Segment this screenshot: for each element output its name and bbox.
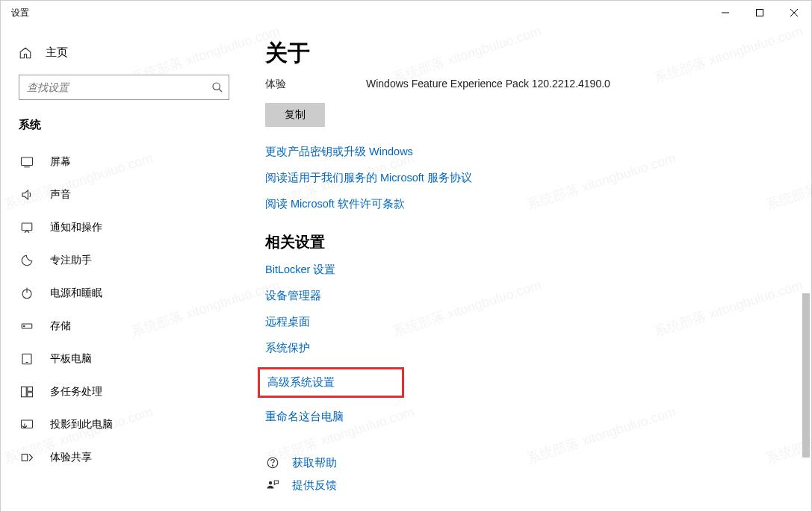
scrollbar-thumb[interactable] — [802, 293, 810, 458]
home-label: 主页 — [46, 46, 68, 60]
related-settings-heading: 相关设置 — [265, 232, 781, 252]
scrollbar-track[interactable] — [801, 25, 811, 511]
sidebar-item-label: 投影到此电脑 — [50, 418, 113, 431]
sidebar-item-projecting[interactable]: 投影到此电脑 — [1, 408, 247, 441]
sidebar-item-label: 多任务处理 — [50, 385, 102, 399]
svg-rect-17 — [28, 393, 33, 397]
maximize-button[interactable] — [743, 1, 777, 25]
sidebar-item-label: 通知和操作 — [50, 221, 102, 234]
svg-rect-1 — [757, 10, 763, 16]
svg-point-22 — [269, 481, 273, 485]
link-remote-desktop[interactable]: 远程桌面 — [265, 315, 781, 329]
search-input[interactable] — [19, 75, 229, 100]
sidebar-item-storage[interactable]: 存储 — [1, 310, 247, 343]
svg-line-5 — [219, 89, 222, 92]
project-icon — [20, 418, 34, 431]
titlebar: 设置 — [1, 1, 811, 25]
experience-value: Windows Feature Experience Pack 120.2212… — [366, 78, 610, 91]
link-system-protection[interactable]: 系统保护 — [265, 341, 781, 355]
display-icon — [20, 155, 34, 169]
svg-point-4 — [213, 83, 220, 90]
svg-rect-15 — [22, 387, 27, 397]
notification-icon — [20, 221, 34, 234]
page-title: 关于 — [265, 38, 781, 69]
sidebar-item-power[interactable]: 电源和睡眠 — [1, 277, 247, 310]
close-button[interactable] — [777, 1, 811, 25]
home-nav[interactable]: 主页 — [1, 38, 247, 67]
sidebar-item-sound[interactable]: 声音 — [1, 178, 247, 211]
sidebar-item-display[interactable]: 屏幕 — [1, 146, 247, 178]
search-icon — [211, 81, 223, 93]
svg-rect-16 — [28, 387, 33, 391]
sound-icon — [20, 188, 34, 202]
help-row[interactable]: 获取帮助 — [265, 455, 781, 470]
search-wrap — [19, 75, 229, 100]
shared-icon — [20, 451, 34, 464]
sidebar-item-label: 屏幕 — [50, 155, 71, 169]
experience-row: 体验 Windows Feature Experience Pack 120.2… — [265, 78, 781, 91]
home-icon — [19, 46, 32, 60]
feedback-row[interactable]: 提供反馈 — [265, 478, 781, 493]
sidebar-item-notifications[interactable]: 通知和操作 — [1, 211, 247, 244]
window-body: 主页 系统 屏幕 声音 通知和操作 — [1, 25, 811, 511]
maximize-icon — [756, 9, 763, 16]
link-services-agreement[interactable]: 阅读适用于我们服务的 Microsoft 服务协议 — [265, 171, 781, 185]
experience-label: 体验 — [265, 78, 366, 91]
sidebar-item-label: 专注助手 — [50, 254, 92, 267]
highlight-box: 高级系统设置 — [258, 367, 404, 398]
svg-point-21 — [272, 465, 273, 466]
window-title: 设置 — [11, 7, 29, 19]
minimize-icon — [722, 9, 729, 16]
svg-point-12 — [24, 325, 25, 327]
sidebar-item-label: 存储 — [50, 319, 71, 333]
link-device-manager[interactable]: 设备管理器 — [265, 289, 781, 303]
svg-rect-6 — [22, 157, 33, 166]
storage-icon — [20, 319, 34, 333]
svg-rect-8 — [22, 223, 32, 231]
close-icon — [790, 9, 798, 16]
minimize-button[interactable] — [708, 1, 743, 25]
link-rename-pc[interactable]: 重命名这台电脑 — [265, 410, 781, 424]
multitask-icon — [20, 385, 34, 399]
power-icon — [20, 287, 34, 300]
link-get-help[interactable]: 获取帮助 — [292, 456, 337, 470]
sidebar-item-label: 体验共享 — [50, 451, 92, 464]
sidebar-item-label: 声音 — [50, 188, 71, 202]
link-advanced-system-settings[interactable]: 高级系统设置 — [267, 375, 335, 390]
copy-button[interactable]: 复制 — [265, 103, 325, 127]
sidebar: 主页 系统 屏幕 声音 通知和操作 — [1, 25, 247, 511]
help-section: 获取帮助 提供反馈 — [265, 455, 781, 493]
help-icon — [265, 455, 280, 470]
link-bitlocker[interactable]: BitLocker 设置 — [265, 263, 781, 277]
sidebar-item-label: 电源和睡眠 — [50, 287, 102, 300]
svg-rect-19 — [22, 455, 28, 461]
window-controls — [708, 1, 811, 25]
sidebar-item-focus[interactable]: 专注助手 — [1, 244, 247, 277]
tablet-icon — [20, 352, 34, 366]
feedback-icon — [265, 478, 280, 493]
focus-icon — [20, 254, 34, 267]
sidebar-item-label: 平板电脑 — [50, 352, 92, 366]
content-area: 关于 体验 Windows Feature Experience Pack 12… — [247, 25, 811, 511]
sidebar-item-multitask[interactable]: 多任务处理 — [1, 375, 247, 408]
link-give-feedback[interactable]: 提供反馈 — [292, 478, 337, 493]
category-title: 系统 — [1, 112, 247, 146]
link-change-product-key[interactable]: 更改产品密钥或升级 Windows — [265, 145, 781, 159]
sidebar-item-tablet[interactable]: 平板电脑 — [1, 343, 247, 375]
sidebar-item-shared[interactable]: 体验共享 — [1, 441, 247, 474]
link-license-terms[interactable]: 阅读 Microsoft 软件许可条款 — [265, 197, 781, 211]
settings-window: 系统部落 xitongbuluo.com 系统部落 xitongbuluo.co… — [0, 0, 812, 512]
